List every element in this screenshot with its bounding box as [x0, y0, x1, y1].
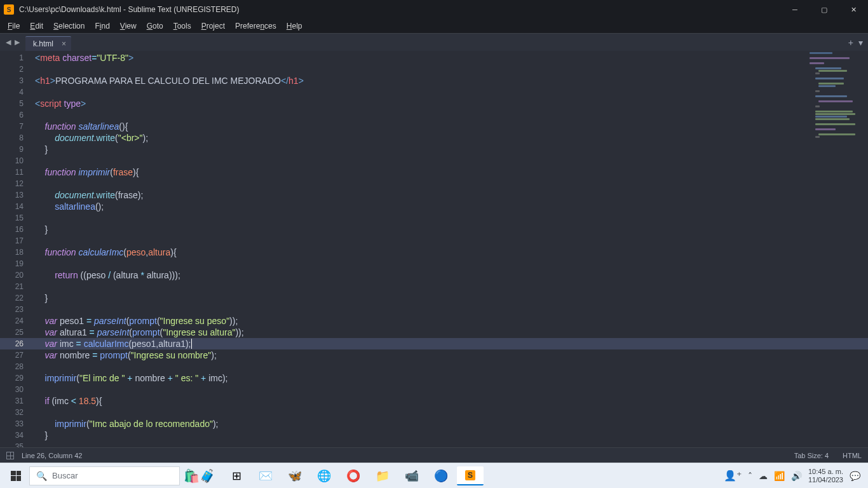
menu-bar: File Edit Selection Find View Goto Tools…	[0, 19, 868, 33]
line-number: 26	[0, 338, 35, 349]
window-title: C:\Users\pc\Downloads\k.html - Sublime T…	[19, 5, 780, 14]
line-number: 3	[0, 75, 35, 86]
edge-icon[interactable]: 🌐	[311, 466, 337, 485]
widget-shopping[interactable]: 🛍️🧳	[180, 468, 219, 484]
line-number: 27	[0, 349, 35, 361]
line-number: 31	[0, 395, 35, 407]
search-icon: 🔍	[36, 471, 47, 481]
line-number: 5	[0, 98, 35, 109]
window-controls: ─ ▢ ✕	[780, 0, 868, 19]
menu-selection[interactable]: Selection	[48, 20, 90, 32]
line-number: 35	[0, 441, 35, 447]
line-number: 21	[0, 281, 35, 292]
status-tab-size[interactable]: Tab Size: 4	[794, 452, 829, 459]
clock-date: 11/04/2023	[808, 476, 843, 484]
mail-icon[interactable]: ✉️	[252, 466, 279, 485]
maximize-button[interactable]: ▢	[810, 0, 839, 19]
nav-back-icon[interactable]: ◀	[4, 38, 13, 46]
menu-view[interactable]: View	[115, 20, 142, 32]
menu-preferences[interactable]: Preferences	[230, 20, 281, 32]
line-number: 34	[0, 430, 35, 441]
menu-tools[interactable]: Tools	[168, 20, 196, 32]
search-placeholder: Buscar	[52, 471, 78, 480]
nav-fwd-icon[interactable]: ▶	[13, 38, 22, 46]
clock-time: 10:45 a. m.	[808, 468, 843, 476]
line-number: 17	[0, 235, 35, 247]
editor[interactable]: 1234567891011121314151617181920212223242…	[0, 51, 868, 447]
taskbar: 🔍 Buscar 🛍️🧳 ⊞ ✉️ 🦋 🌐 ⭕ 📁 📹 🔵 S 👤⁺ ˄ ☁ 📶…	[0, 463, 868, 488]
gutter: 1234567891011121314151617181920212223242…	[0, 51, 35, 447]
chrome-icon[interactable]: 🔵	[428, 466, 454, 485]
line-number: 18	[0, 247, 35, 258]
windows-icon	[11, 471, 21, 481]
menu-file[interactable]: File	[3, 20, 25, 32]
line-number: 16	[0, 224, 35, 235]
menu-project[interactable]: Project	[196, 20, 230, 32]
tab-row: ◀ ▶ k.html × + ▾	[0, 33, 868, 51]
tab-khtml[interactable]: k.html ×	[25, 36, 71, 51]
line-number: 30	[0, 384, 35, 395]
sublime-icon[interactable]: S	[457, 466, 484, 485]
volume-icon[interactable]: 🔊	[791, 471, 802, 481]
tab-menu-icon[interactable]: ▾	[858, 37, 863, 48]
taskbar-search[interactable]: 🔍 Buscar	[29, 466, 180, 485]
line-number: 12	[0, 178, 35, 189]
line-number: 28	[0, 361, 35, 372]
menu-find[interactable]: Find	[90, 20, 114, 32]
minimize-button[interactable]: ─	[780, 0, 810, 19]
line-number: 9	[0, 144, 35, 155]
nav-arrows: ◀ ▶	[0, 34, 25, 51]
code-area[interactable]: <meta charset="UTF-8"> <h1>PROGRAMA PARA…	[35, 51, 868, 447]
line-number: 23	[0, 304, 35, 315]
line-number: 22	[0, 292, 35, 304]
status-bar: Line 26, Column 42 Tab Size: 4 HTML	[0, 447, 868, 463]
chevron-up-icon[interactable]: ˄	[748, 471, 752, 481]
line-number: 4	[0, 86, 35, 98]
taskview-icon[interactable]: ⊞	[223, 466, 250, 485]
line-number: 32	[0, 407, 35, 418]
line-number: 20	[0, 269, 35, 281]
wifi-icon[interactable]: 📶	[774, 471, 785, 481]
zoom-icon[interactable]: 📹	[398, 466, 425, 485]
menu-goto[interactable]: Goto	[142, 20, 168, 32]
line-number: 24	[0, 315, 35, 327]
contact-icon[interactable]: 👤⁺	[724, 470, 742, 482]
opera-icon[interactable]: ⭕	[340, 466, 367, 485]
line-number: 6	[0, 109, 35, 121]
taskbar-apps: ⊞ ✉️ 🦋 🌐 ⭕ 📁 📹 🔵 S	[223, 466, 484, 485]
status-position: Line 26, Column 42	[22, 452, 82, 459]
line-number: 15	[0, 212, 35, 224]
start-button[interactable]	[4, 466, 28, 485]
onedrive-icon[interactable]: ☁	[759, 471, 768, 481]
taskbar-clock[interactable]: 10:45 a. m. 11/04/2023	[808, 468, 843, 484]
menu-edit[interactable]: Edit	[25, 20, 48, 32]
tab-close-icon[interactable]: ×	[62, 39, 66, 48]
caret	[191, 339, 192, 349]
line-number: 11	[0, 166, 35, 178]
line-number: 2	[0, 64, 35, 75]
line-number: 7	[0, 121, 35, 132]
close-button[interactable]: ✕	[839, 0, 868, 19]
store-icon[interactable]: 🦋	[281, 466, 308, 485]
line-number: 19	[0, 258, 35, 269]
app-icon: S	[4, 4, 14, 15]
line-number: 33	[0, 418, 35, 430]
notifications-icon[interactable]: 💬	[850, 471, 860, 481]
line-number: 14	[0, 201, 35, 212]
new-tab-icon[interactable]: +	[848, 37, 853, 48]
line-number: 25	[0, 327, 35, 338]
title-bar: S C:\Users\pc\Downloads\k.html - Sublime…	[0, 0, 868, 19]
line-number: 29	[0, 372, 35, 384]
tab-label: k.html	[33, 39, 53, 48]
status-language[interactable]: HTML	[843, 452, 862, 459]
explorer-icon[interactable]: 📁	[369, 466, 396, 485]
line-number: 1	[0, 52, 35, 64]
panel-switch-icon[interactable]	[6, 452, 14, 459]
line-number: 13	[0, 189, 35, 201]
line-number: 10	[0, 155, 35, 166]
line-number: 8	[0, 132, 35, 144]
menu-help[interactable]: Help	[281, 20, 308, 32]
taskbar-tray: 👤⁺ ˄ ☁ 📶 🔊 10:45 a. m. 11/04/2023 💬	[724, 468, 864, 484]
